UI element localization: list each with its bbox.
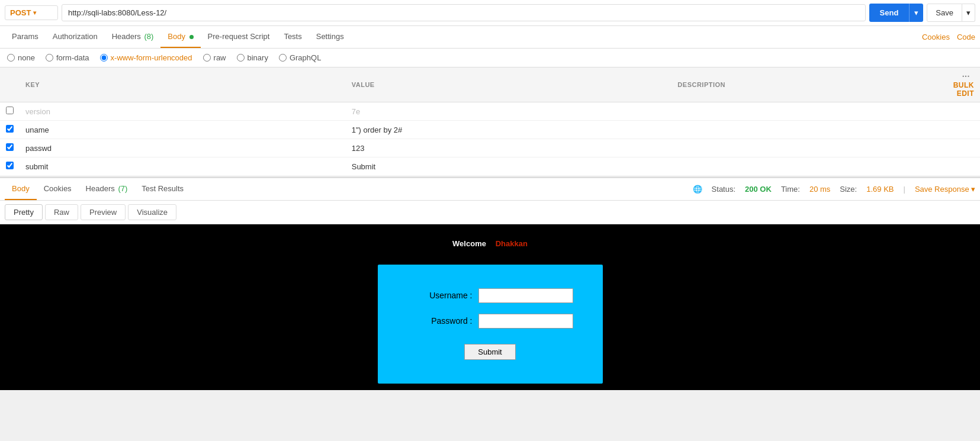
table-row: uname 1") order by 2# bbox=[0, 121, 980, 139]
body-type-urlencoded-radio[interactable] bbox=[100, 54, 108, 62]
username-label: Username : bbox=[407, 291, 473, 300]
tab-settings[interactable]: Settings bbox=[309, 26, 351, 48]
send-button[interactable]: Send bbox=[869, 4, 910, 22]
size-value: 1.69 KB bbox=[866, 185, 894, 194]
body-dot bbox=[189, 35, 194, 39]
table-row: passwd 123 bbox=[0, 139, 980, 157]
col-value-header: VALUE bbox=[346, 67, 672, 102]
row-key-3[interactable]: submit bbox=[25, 162, 48, 171]
welcome-heading: Welcome Dhakkan bbox=[452, 231, 528, 250]
request-tabs: Params Authorization Headers (8) Body Pr… bbox=[0, 26, 980, 49]
params-table: KEY VALUE DESCRIPTION ··· Bulk Edit vers… bbox=[0, 67, 980, 177]
globe-icon: 🌐 bbox=[693, 185, 702, 194]
row-desc-2[interactable] bbox=[671, 139, 941, 157]
row-value-2[interactable]: 123 bbox=[352, 144, 365, 153]
size-label: Size: bbox=[840, 185, 857, 194]
top-bar: POST ▾ Send ▾ Save ▾ bbox=[0, 0, 980, 26]
view-tab-raw[interactable]: Raw bbox=[45, 204, 78, 220]
view-tab-visualize[interactable]: Visualize bbox=[128, 204, 176, 220]
row-desc-1[interactable] bbox=[671, 121, 941, 139]
tab-body[interactable]: Body bbox=[160, 26, 200, 48]
time-value: 20 ms bbox=[809, 185, 830, 194]
username-input[interactable] bbox=[478, 288, 573, 303]
view-tabs-bar: Pretty Raw Preview Visualize bbox=[0, 201, 980, 224]
login-form-box: Username : Password : Submit bbox=[378, 265, 603, 384]
response-tab-body[interactable]: Body bbox=[5, 178, 37, 200]
table-row: submit Submit bbox=[0, 157, 980, 176]
row-desc-0[interactable] bbox=[671, 102, 941, 121]
row-desc-3[interactable] bbox=[671, 157, 941, 176]
body-type-none-radio[interactable] bbox=[7, 54, 15, 62]
response-tabs-bar: Body Cookies Headers (7) Test Results 🌐 … bbox=[0, 178, 980, 201]
tab-pre-request[interactable]: Pre-request Script bbox=[201, 26, 277, 48]
right-actions: Cookies Code bbox=[922, 33, 975, 41]
body-type-raw[interactable]: raw bbox=[203, 53, 226, 62]
form-submit-button[interactable]: Submit bbox=[464, 344, 515, 360]
body-type-binary[interactable]: binary bbox=[237, 53, 268, 62]
response-body: Welcome Dhakkan Username : Password : Su… bbox=[0, 224, 980, 390]
response-status-bar: 🌐 Status: 200 OK Time: 20 ms Size: 1.69 … bbox=[693, 185, 975, 194]
table-row: version 7e bbox=[0, 102, 980, 121]
tab-params[interactable]: Params bbox=[5, 26, 46, 48]
body-type-urlencoded[interactable]: x-www-form-urlencoded bbox=[100, 53, 192, 62]
password-row: Password : bbox=[407, 314, 573, 329]
col-checkbox-header bbox=[0, 67, 20, 102]
code-link[interactable]: Code bbox=[957, 33, 975, 41]
response-area: Body Cookies Headers (7) Test Results 🌐 … bbox=[0, 177, 980, 390]
body-type-raw-radio[interactable] bbox=[203, 54, 211, 62]
row-key-2[interactable]: passwd bbox=[25, 144, 52, 153]
row-key-0[interactable]: version bbox=[25, 107, 50, 116]
bulk-edit-link[interactable]: Bulk Edit bbox=[953, 81, 974, 98]
tab-authorization[interactable]: Authorization bbox=[46, 26, 105, 48]
col-actions-header: ··· Bulk Edit bbox=[941, 67, 980, 102]
col-desc-header: DESCRIPTION bbox=[671, 67, 941, 102]
url-input[interactable] bbox=[62, 4, 866, 21]
password-input[interactable] bbox=[478, 314, 573, 329]
welcome-name: Dhakkan bbox=[496, 239, 528, 248]
row-checkbox-0[interactable] bbox=[6, 107, 14, 114]
more-options-icon[interactable]: ··· bbox=[962, 72, 970, 81]
save-dropdown-button[interactable]: ▾ bbox=[962, 4, 975, 22]
save-response-button[interactable]: Save Response ▾ bbox=[915, 185, 975, 194]
col-key-header: KEY bbox=[20, 67, 346, 102]
save-button[interactable]: Save bbox=[927, 4, 962, 22]
body-type-binary-radio[interactable] bbox=[237, 54, 245, 62]
send-chevron-icon: ▾ bbox=[914, 8, 918, 17]
view-tab-preview[interactable]: Preview bbox=[81, 204, 126, 220]
row-value-1[interactable]: 1") order by 2# bbox=[352, 125, 403, 134]
row-checkbox-3[interactable] bbox=[6, 162, 14, 169]
row-value-0[interactable]: 7e bbox=[352, 107, 360, 116]
row-checkbox-2[interactable] bbox=[6, 143, 14, 151]
params-table-section: KEY VALUE DESCRIPTION ··· Bulk Edit vers… bbox=[0, 67, 980, 177]
time-label: Time: bbox=[781, 185, 800, 194]
body-type-none[interactable]: none bbox=[7, 53, 35, 62]
save-btn-group: Save ▾ bbox=[927, 4, 975, 22]
tab-headers[interactable]: Headers (8) bbox=[105, 26, 161, 48]
status-value: 200 OK bbox=[745, 185, 772, 194]
password-label: Password : bbox=[407, 316, 473, 326]
row-value-3[interactable]: Submit bbox=[352, 162, 375, 171]
tab-tests[interactable]: Tests bbox=[277, 26, 309, 48]
method-chevron: ▾ bbox=[33, 9, 36, 16]
send-btn-group: Send ▾ bbox=[869, 4, 924, 22]
response-tab-test-results[interactable]: Test Results bbox=[134, 178, 191, 200]
body-type-graphql-radio[interactable] bbox=[279, 54, 287, 62]
body-type-form-data-radio[interactable] bbox=[46, 54, 53, 62]
save-chevron-icon: ▾ bbox=[966, 8, 971, 17]
row-checkbox-1[interactable] bbox=[6, 125, 14, 133]
method-select[interactable]: POST ▾ bbox=[5, 5, 58, 20]
body-type-graphql[interactable]: GraphQL bbox=[279, 53, 321, 62]
method-label: POST bbox=[10, 8, 31, 17]
body-type-bar: none form-data x-www-form-urlencoded raw… bbox=[0, 49, 980, 67]
view-tab-pretty[interactable]: Pretty bbox=[5, 204, 43, 220]
send-dropdown-button[interactable]: ▾ bbox=[909, 4, 923, 22]
cookies-link[interactable]: Cookies bbox=[922, 33, 950, 41]
response-tab-cookies[interactable]: Cookies bbox=[37, 178, 79, 200]
body-type-form-data[interactable]: form-data bbox=[46, 53, 89, 62]
username-row: Username : bbox=[407, 288, 573, 303]
response-tab-headers[interactable]: Headers (7) bbox=[79, 178, 135, 200]
status-label: Status: bbox=[712, 185, 735, 194]
row-key-1[interactable]: uname bbox=[25, 125, 49, 134]
